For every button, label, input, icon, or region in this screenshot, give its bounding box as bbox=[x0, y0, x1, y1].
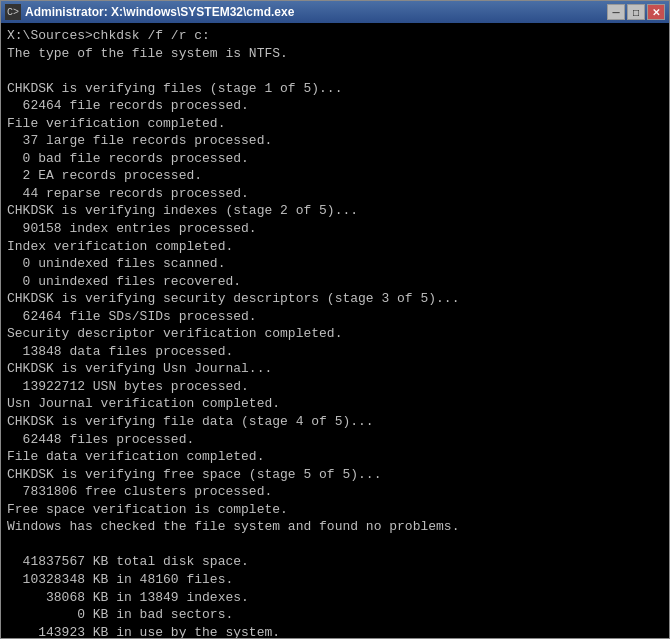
title-bar-left: C> Administrator: X:\windows\SYSTEM32\cm… bbox=[5, 4, 294, 20]
cmd-window: C> Administrator: X:\windows\SYSTEM32\cm… bbox=[0, 0, 670, 639]
close-button[interactable]: ✕ bbox=[647, 4, 665, 20]
minimize-button[interactable]: ─ bbox=[607, 4, 625, 20]
cmd-icon: C> bbox=[5, 4, 21, 20]
title-bar-buttons: ─ □ ✕ bbox=[607, 4, 665, 20]
console-output: X:\Sources>chkdsk /f /r c: The type of t… bbox=[1, 23, 669, 638]
window-title: Administrator: X:\windows\SYSTEM32\cmd.e… bbox=[25, 5, 294, 19]
maximize-button[interactable]: □ bbox=[627, 4, 645, 20]
title-bar: C> Administrator: X:\windows\SYSTEM32\cm… bbox=[1, 1, 669, 23]
